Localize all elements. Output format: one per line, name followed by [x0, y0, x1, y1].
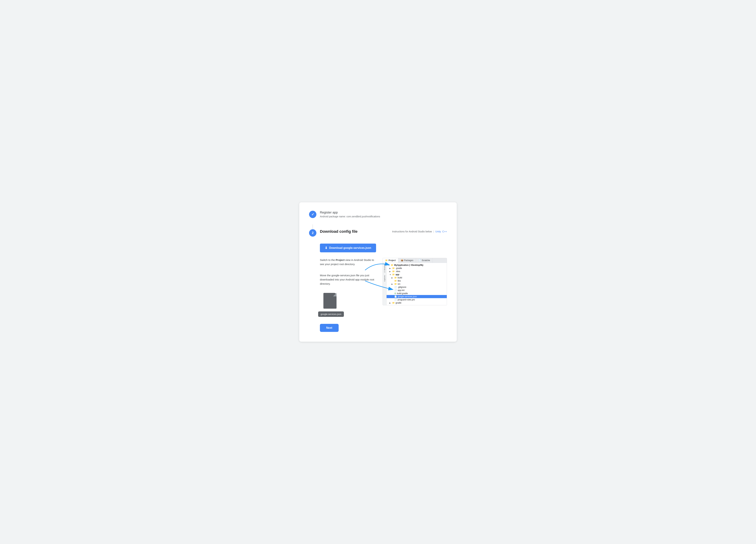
screenshot-column: 📁 Project 📦 Packages 📄 Scratche	[383, 258, 447, 305]
step1-title: Register app	[320, 211, 380, 215]
tree-build: ▶ 📁 build	[387, 276, 447, 279]
instructions-label: Instructions for Android Studio below	[392, 230, 432, 233]
step2-circle: 2	[309, 229, 316, 237]
tree-google-services: 📄 google-services.json	[387, 295, 447, 298]
instructions-column: Switch to the Project view in Android St…	[320, 258, 378, 317]
instruction-text-1: Switch to the Project view in Android St…	[320, 258, 378, 266]
tree-gradle-root: ▶ 📁 gradle	[387, 301, 447, 304]
download-btn-label: Download google-services.json	[329, 247, 371, 250]
sidebar-label-structure: Z: Structure	[383, 264, 386, 273]
download-btn[interactable]: ⬇ Download google-services.json	[320, 244, 376, 252]
step2-title: Download config file	[320, 229, 358, 234]
step2-links: Instructions for Android Studio below | …	[392, 230, 447, 233]
studio-tab-project: 📁 Project	[383, 258, 398, 263]
root-label: MyApplication (~/Desktop/My	[394, 264, 423, 266]
packages-tab-label: Packages	[404, 259, 413, 262]
separator: |	[433, 230, 434, 233]
tree-idea: ▶ 📁 .idea	[387, 270, 447, 273]
step2-container: 2 Download config file Instructions for …	[309, 229, 447, 237]
tree-libs: 📁 libs	[387, 279, 447, 282]
step2-header-wrapper: Download config file Instructions for An…	[320, 229, 447, 234]
studio-tab-scratches: 📄 Scratche	[416, 258, 433, 263]
tree-build-gradle: ⚙ build.gradle	[387, 292, 447, 295]
step-connector	[309, 224, 447, 229]
file-label: google-services.json	[318, 311, 344, 317]
studio-sidebar: Z: Structure Captures	[383, 263, 387, 305]
tree-src: ▶ 📁 src	[387, 282, 447, 285]
two-column-layout: Switch to the Project view in Android St…	[320, 258, 447, 317]
tree-gradle: ▶ 📁 .gradle	[387, 267, 447, 270]
file-icon-body	[323, 293, 337, 308]
step1-container: ✓ Register app Android package name: com…	[309, 211, 447, 218]
unity-link[interactable]: Unity	[435, 230, 441, 233]
project-tab-label: Project	[389, 259, 396, 262]
tree-proguard: 📄 proguard-rules.pro	[387, 298, 447, 301]
next-button[interactable]: Next	[320, 324, 339, 332]
root-arrow: ▼	[388, 264, 390, 266]
tree-app-iml: 📄 app.iml	[387, 289, 447, 292]
step2-content: ⬇ Download google-services.json Switch t…	[320, 242, 447, 332]
step2-header: Download config file Instructions for An…	[320, 229, 447, 234]
file-icon-fold	[333, 293, 337, 296]
download-icon: ⬇	[325, 246, 327, 250]
cpp-link[interactable]: C++	[442, 230, 447, 233]
sidebar-label-captures: Captures	[383, 274, 386, 282]
main-card: ✓ Register app Android package name: com…	[299, 202, 457, 342]
studio-body: Z: Structure Captures ▼ 📁 MyApplication …	[383, 263, 447, 305]
studio-screenshot: 📁 Project 📦 Packages 📄 Scratche	[383, 258, 447, 305]
file-container: google-services.json	[320, 293, 378, 317]
step1-subtitle: Android package name: com.sendbird.pushn…	[320, 215, 380, 218]
studio-tree: ▼ 📁 MyApplication (~/Desktop/My ▶ 📁 .gra…	[387, 263, 447, 305]
step1-content: Register app Android package name: com.s…	[320, 211, 380, 218]
studio-tab-packages: 📦 Packages	[398, 258, 416, 263]
packages-tab-icon: 📦	[401, 259, 403, 262]
scratches-tab-icon: 📄	[418, 259, 421, 262]
project-tab-icon: 📁	[385, 259, 388, 262]
tree-gitignore: 📄 .gitignore	[387, 285, 447, 289]
step1-circle: ✓	[309, 211, 316, 218]
tree-app: ▼ 📁 app	[387, 273, 447, 276]
next-button-container: Next	[320, 317, 447, 332]
instruction-text-2: Move the google-services.json file you j…	[320, 273, 378, 286]
root-folder-icon: 📁	[391, 264, 393, 266]
connector-line	[313, 224, 313, 229]
file-icon-wrapper	[323, 293, 337, 310]
scratches-tab-label: Scratche	[422, 259, 430, 262]
studio-tabs: 📁 Project 📦 Packages 📄 Scratche	[383, 258, 447, 263]
tree-root: ▼ 📁 MyApplication (~/Desktop/My	[387, 264, 447, 267]
checkmark-icon: ✓	[311, 212, 314, 217]
